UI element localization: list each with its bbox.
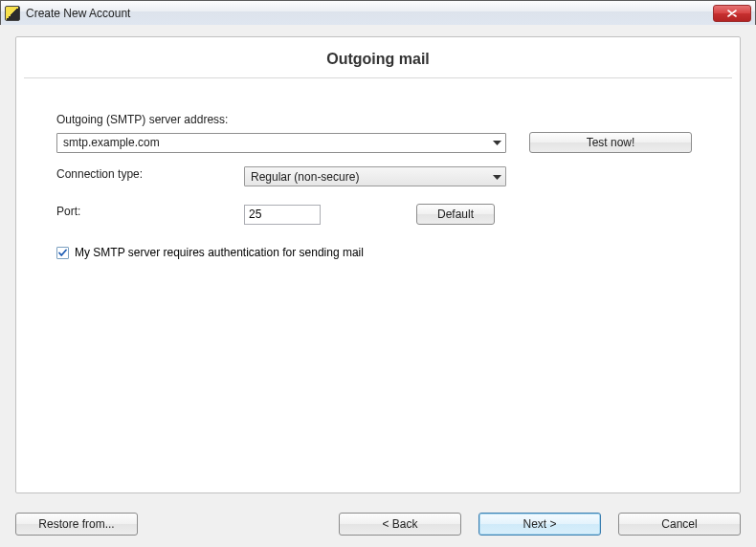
- form-area: Outgoing (SMTP) server address: smtp.exa…: [16, 78, 740, 259]
- window-body: Outgoing mail Outgoing (SMTP) server add…: [0, 25, 756, 547]
- content-panel: Outgoing mail Outgoing (SMTP) server add…: [15, 36, 741, 493]
- auth-checkbox-row: My SMTP server requires authentication f…: [56, 246, 724, 259]
- smtp-server-label: Outgoing (SMTP) server address:: [56, 113, 724, 126]
- port-label: Port:: [56, 205, 244, 218]
- connection-type-combo[interactable]: Regular (non-secure): [244, 166, 506, 186]
- checkmark-icon: [57, 248, 68, 258]
- window-title: Create New Account: [26, 7, 130, 20]
- restore-from-button[interactable]: Restore from...: [15, 513, 138, 536]
- cancel-button[interactable]: Cancel: [618, 513, 741, 536]
- next-button[interactable]: Next >: [478, 513, 601, 536]
- auth-checkbox-label: My SMTP server requires authentication f…: [75, 246, 364, 259]
- app-icon: [5, 6, 20, 21]
- close-icon: [727, 10, 737, 17]
- titlebar: Create New Account: [1, 1, 755, 26]
- cancel-label: Cancel: [661, 517, 697, 531]
- connection-type-label: Connection type:: [56, 167, 244, 181]
- chevron-down-icon: [493, 170, 501, 184]
- connection-type-row: Connection type: Regular (non-secure): [56, 166, 724, 186]
- port-row: Port: Default: [56, 204, 724, 225]
- connection-type-value: Regular (non-secure): [251, 170, 359, 184]
- back-button[interactable]: < Back: [339, 513, 461, 536]
- close-button[interactable]: [713, 5, 751, 22]
- smtp-server-row: smtp.example.com Test now!: [56, 132, 724, 153]
- panel-heading: Outgoing mail: [16, 37, 740, 77]
- footer: Restore from... < Back Next > Cancel: [15, 513, 741, 536]
- next-label: Next >: [523, 517, 556, 531]
- test-now-button[interactable]: Test now!: [529, 132, 692, 153]
- default-port-label: Default: [437, 208, 474, 221]
- chevron-down-icon: [493, 136, 501, 149]
- default-port-button[interactable]: Default: [416, 204, 495, 225]
- smtp-server-combo[interactable]: smtp.example.com: [56, 133, 506, 153]
- test-now-label: Test now!: [587, 136, 635, 149]
- smtp-server-value: smtp.example.com: [63, 136, 160, 149]
- auth-checkbox[interactable]: [56, 247, 69, 259]
- restore-from-label: Restore from...: [38, 517, 114, 531]
- back-label: < Back: [382, 517, 417, 531]
- port-input[interactable]: [244, 205, 321, 225]
